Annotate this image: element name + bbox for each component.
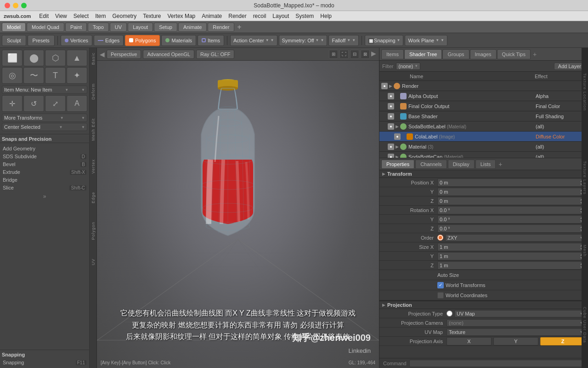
add-layer-button[interactable]: Add Layer bbox=[554, 63, 585, 70]
close-button[interactable] bbox=[5, 3, 10, 8]
tab-properties[interactable]: Properties bbox=[381, 160, 414, 169]
locator-icon[interactable]: ✦ bbox=[67, 67, 87, 84]
pos-y-value[interactable]: 0 m ▲▼ bbox=[437, 188, 585, 196]
size-z-value[interactable]: 1 m ▲▼ bbox=[437, 261, 585, 270]
transform-icon[interactable]: ✛ bbox=[2, 95, 23, 112]
menu-layout[interactable]: Layout bbox=[272, 13, 289, 19]
tab-model-quad[interactable]: Model Quad bbox=[27, 23, 64, 32]
tab-images[interactable]: Images bbox=[470, 49, 497, 59]
tree-final-color[interactable]: ● Final Color Output Final Color bbox=[379, 101, 588, 111]
snaps-precision-header[interactable]: Snaps and Precision bbox=[2, 136, 87, 142]
tree-alpha[interactable]: ● Alpha Output Alpha bbox=[379, 91, 588, 101]
opengl-button[interactable]: Advanced OpenGL bbox=[143, 50, 194, 59]
action-center-button[interactable]: Action Center ▼ bbox=[230, 35, 277, 46]
tab-channels[interactable]: Channels bbox=[415, 160, 447, 169]
menu-render[interactable]: Render bbox=[228, 13, 246, 19]
proj-type-dropdown[interactable]: UV Map ▼ bbox=[454, 310, 585, 317]
projection-section-header[interactable]: ▶ Projection bbox=[379, 300, 588, 309]
axis-z-button[interactable]: Z bbox=[540, 337, 585, 345]
rot-y-value[interactable]: 0.0 ° ▲▼ bbox=[437, 215, 585, 224]
center-selected[interactable]: Center Selected ▼ bbox=[2, 123, 87, 131]
extrude-item[interactable]: Extrude Shift-X bbox=[2, 168, 87, 176]
cube-icon[interactable]: ⬜ bbox=[2, 50, 23, 66]
sphere-icon[interactable]: ⬤ bbox=[23, 50, 44, 66]
tab-layout[interactable]: Layout bbox=[128, 23, 153, 32]
polygons-button[interactable]: Polygons bbox=[125, 35, 160, 46]
items-button[interactable]: Items bbox=[198, 35, 224, 46]
menu-geometry[interactable]: Geometry bbox=[112, 13, 136, 19]
scale-icon[interactable]: ⤢ bbox=[45, 95, 66, 112]
falloff-button[interactable]: Falloff ▼ bbox=[328, 35, 359, 46]
transform-section-header[interactable]: ▶ Transform bbox=[379, 170, 588, 178]
vp-ctrl-4[interactable]: ⊠ bbox=[361, 50, 370, 59]
menu-texture[interactable]: Texture bbox=[143, 13, 161, 19]
cone-icon[interactable]: ▲ bbox=[67, 50, 87, 66]
order-dropdown[interactable]: ZXY ▼ bbox=[445, 234, 585, 242]
materials-button[interactable]: Materials bbox=[161, 35, 196, 46]
rot-x-value[interactable]: 0.0 ° ▲▼ bbox=[437, 206, 585, 214]
edges-button[interactable]: Edges bbox=[94, 35, 124, 46]
tab-lists[interactable]: Lists bbox=[475, 160, 496, 169]
item-menu[interactable]: Item Menu: New Item ▼ bbox=[2, 86, 87, 94]
maximize-button[interactable] bbox=[21, 3, 27, 8]
eye-base[interactable]: ● bbox=[388, 113, 394, 120]
pos-z-value[interactable]: 0 m ▲▼ bbox=[437, 197, 585, 205]
text-icon[interactable]: T bbox=[45, 67, 66, 84]
tab-model[interactable]: Model bbox=[2, 23, 26, 32]
vertices-button[interactable]: Vertices bbox=[61, 35, 92, 46]
command-input[interactable] bbox=[409, 360, 584, 367]
minimize-button[interactable] bbox=[13, 3, 18, 8]
tab-render[interactable]: Render bbox=[208, 23, 234, 32]
tab-topo[interactable]: Topo bbox=[88, 23, 109, 32]
tab-shader-tree[interactable]: Shader Tree bbox=[404, 49, 442, 59]
uv-map-dropdown[interactable]: Texture ▼ bbox=[447, 328, 585, 336]
curve-icon[interactable]: 〜 bbox=[23, 67, 44, 84]
world-coords-check[interactable]: World Coordinates bbox=[437, 292, 487, 299]
pos-x-value[interactable]: 0 m ▲▼ bbox=[437, 178, 585, 187]
expand-ops-button[interactable]: » bbox=[2, 193, 87, 200]
tab-quick-tips[interactable]: Quick Tips bbox=[497, 49, 531, 59]
eye-alpha[interactable]: ● bbox=[388, 93, 394, 99]
add-geometry-item[interactable]: Add Geometry bbox=[2, 145, 87, 152]
rot-z-value[interactable]: 0.0 ° ▲▼ bbox=[437, 224, 585, 233]
tab-animate[interactable]: Animate bbox=[178, 23, 207, 32]
rotate-icon[interactable]: ↺ bbox=[23, 95, 44, 112]
menu-select[interactable]: Select bbox=[74, 13, 89, 19]
axis-y-button[interactable]: Y bbox=[493, 337, 538, 345]
tree-render[interactable]: ● ▶ Render bbox=[379, 81, 588, 91]
eye-cap[interactable]: ● bbox=[388, 154, 394, 159]
tab-groups[interactable]: Groups bbox=[442, 49, 469, 59]
menu-vertex-map[interactable]: Vertex Map bbox=[168, 13, 196, 19]
tree-material3[interactable]: ● ▶ Material (3) (all) bbox=[379, 142, 588, 152]
props-plus[interactable]: + bbox=[498, 161, 502, 168]
tab-paint[interactable]: Paint bbox=[65, 23, 87, 32]
snapping-section-header[interactable]: Snapping bbox=[2, 352, 87, 357]
proj-cam-dropdown[interactable]: (none) ▼ bbox=[447, 319, 585, 327]
eye-soda-label[interactable]: ● bbox=[388, 123, 394, 130]
cylinder-icon[interactable]: ⬡ bbox=[45, 50, 66, 66]
tab-display[interactable]: Display bbox=[448, 160, 475, 169]
more-transforms[interactable]: More Transforms ▼ bbox=[2, 114, 87, 122]
menu-edit[interactable]: Edit bbox=[39, 13, 49, 19]
tree-label-material[interactable]: ● ▶ SodaBottleLabel (Material) (all) bbox=[379, 121, 588, 132]
perspective-button[interactable]: Perspective bbox=[107, 50, 141, 59]
eye-mat3[interactable]: ● bbox=[388, 144, 394, 150]
filter-select[interactable]: (none) ▼ bbox=[396, 63, 420, 70]
raygl-button[interactable]: Ray GL: OFF bbox=[196, 50, 234, 59]
order-radio[interactable] bbox=[437, 235, 443, 241]
tab-items[interactable]: Items bbox=[381, 49, 404, 59]
viewport-nav-left[interactable]: ◀ bbox=[100, 51, 105, 58]
menu-recoil[interactable]: recoil bbox=[253, 13, 266, 19]
slice-item[interactable]: Slice Shift-C bbox=[2, 184, 87, 191]
symmetry-button[interactable]: Symmetry: Off ▼ bbox=[279, 35, 328, 46]
presets-button[interactable]: Presets bbox=[28, 35, 55, 46]
sculpt-button[interactable]: Sculpt bbox=[2, 35, 26, 46]
vp-ctrl-2[interactable]: ⛶ bbox=[339, 50, 349, 59]
menu-help[interactable]: Help bbox=[320, 13, 332, 19]
eye-final[interactable]: ● bbox=[388, 103, 394, 109]
eye-render[interactable]: ● bbox=[381, 83, 388, 89]
snapping-button[interactable]: 🔲 Snapping bbox=[365, 35, 403, 46]
size-y-value[interactable]: 1 m ▲▼ bbox=[437, 252, 585, 260]
menu-item[interactable]: Item bbox=[95, 13, 106, 19]
sds-subdivide-item[interactable]: SDS Subdivide D bbox=[2, 153, 87, 160]
